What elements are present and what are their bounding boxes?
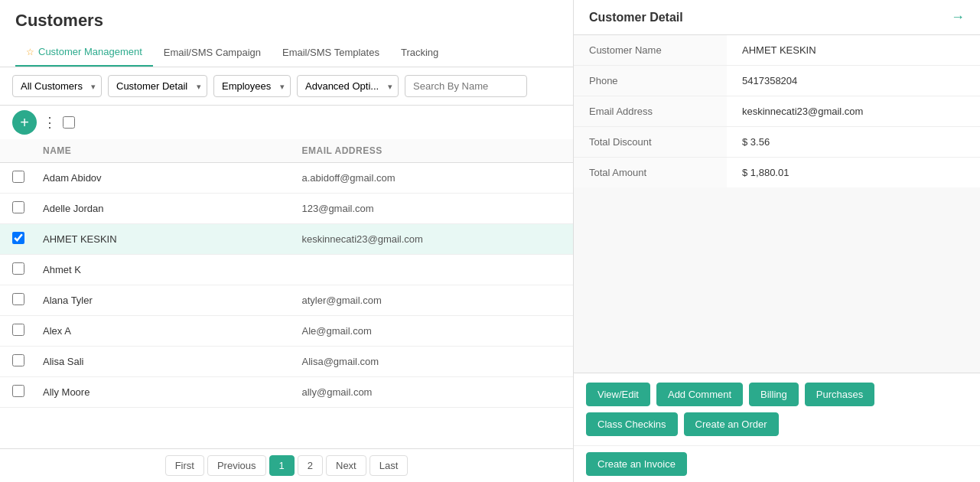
detail-row: Phone 5417358204: [574, 66, 980, 96]
detail-row: Total Discount $ 3.56: [574, 127, 980, 158]
detail-value: 5417358204: [727, 66, 980, 96]
row-checkbox-wrapper: [12, 262, 43, 277]
detail-title: Customer Detail: [589, 11, 683, 24]
customer-email: atyler@gmail.com: [302, 295, 562, 306]
customer-email: a.abidoff@gmail.com: [302, 172, 562, 184]
detail-label: Total Discount: [574, 127, 727, 157]
row-checkbox-wrapper: [12, 385, 43, 399]
customer-name: Alisa Sali: [43, 356, 302, 367]
employees-wrapper: Employees: [213, 75, 291, 97]
nav-tabs: ☆ Customer Management Email/SMS Campaign…: [0, 38, 573, 67]
customer-email: Ale@gmail.com: [302, 325, 562, 337]
header-email-col: EMAIL ADDRESS: [302, 145, 562, 156]
row-checkbox-wrapper: [12, 293, 43, 308]
advanced-options-select[interactable]: Advanced Opti...: [297, 75, 399, 97]
customer-email: keskinnecati23@gmail.com: [302, 233, 562, 245]
detail-row: Customer Name AHMET KESKIN: [574, 35, 980, 66]
row-checkbox[interactable]: [12, 232, 24, 244]
detail-header: Customer Detail →: [574, 0, 980, 35]
row-checkbox-wrapper: [12, 324, 43, 338]
customer-detail-select[interactable]: Customer Detail: [108, 75, 207, 97]
all-customers-wrapper: All Customers: [12, 75, 102, 97]
pagination: First Previous 1 2 Next Last: [0, 448, 573, 482]
tab-email-sms-templates[interactable]: Email/SMS Templates: [272, 38, 390, 67]
star-icon: ☆: [26, 47, 34, 57]
customer-email: 123@gmail.com: [302, 203, 562, 214]
billing-button[interactable]: Billing: [749, 383, 799, 406]
detail-label: Email Address: [574, 96, 727, 126]
customer-name: Adelle Jordan: [43, 203, 302, 214]
actions-row: + ⋮: [0, 106, 573, 139]
row-checkbox-wrapper: [12, 354, 43, 369]
row-checkbox-wrapper: [12, 232, 43, 246]
customer-detail-wrapper: Customer Detail: [108, 75, 207, 97]
page-2-button[interactable]: 2: [298, 455, 323, 476]
left-panel: Customers ☆ Customer Management Email/SM…: [0, 0, 574, 482]
table-row[interactable]: Adelle Jordan 123@gmail.com: [0, 194, 573, 224]
all-customers-select[interactable]: All Customers: [12, 75, 102, 97]
table-header: NAME EMAIL ADDRESS: [0, 139, 573, 163]
customer-email: Alisa@gmail.com: [302, 356, 562, 367]
employees-select[interactable]: Employees: [213, 75, 291, 97]
detail-label: Total Amount: [574, 158, 727, 187]
last-button[interactable]: Last: [370, 455, 409, 476]
select-all-checkbox[interactable]: [63, 116, 75, 129]
row-checkbox-wrapper: [12, 171, 43, 185]
search-input[interactable]: [405, 75, 527, 97]
row-checkbox[interactable]: [12, 201, 24, 213]
customer-email: ally@gmail.com: [302, 386, 562, 398]
create-an-order-button[interactable]: Create an Order: [684, 412, 779, 436]
row-checkbox[interactable]: [12, 324, 24, 336]
customer-name: Alana Tyler: [43, 295, 302, 306]
detail-value: keskinnecati23@gmail.com: [727, 96, 980, 126]
detail-row: Total Amount $ 1,880.01: [574, 158, 980, 187]
create-invoice-button[interactable]: Create an Invoice: [586, 452, 687, 476]
header-name-col: NAME: [43, 145, 302, 156]
more-options-button[interactable]: ⋮: [37, 111, 63, 134]
next-button[interactable]: Next: [326, 455, 366, 476]
toolbar: All Customers Customer Detail Employees …: [0, 67, 573, 106]
customer-name: Adam Abidov: [43, 172, 302, 184]
table-row[interactable]: Ahmet K: [0, 255, 573, 285]
row-checkbox[interactable]: [12, 171, 24, 183]
select-all-wrapper: [63, 116, 93, 129]
previous-button[interactable]: Previous: [207, 455, 266, 476]
customer-name: Alex A: [43, 325, 302, 337]
tab-email-sms-campaign[interactable]: Email/SMS Campaign: [153, 38, 272, 67]
page-1-button[interactable]: 1: [269, 455, 295, 476]
table-row[interactable]: AHMET KESKIN keskinnecati23@gmail.com: [0, 224, 573, 255]
detail-actions: View/EditAdd CommentBillingPurchasesClas…: [574, 373, 980, 445]
table-row[interactable]: Alex A Ale@gmail.com: [0, 316, 573, 347]
tab-customer-management[interactable]: ☆ Customer Management: [15, 38, 153, 67]
row-checkbox[interactable]: [12, 354, 24, 366]
class-checkins-button[interactable]: Class Checkins: [586, 412, 678, 436]
add-comment-button[interactable]: Add Comment: [656, 383, 743, 406]
table-row[interactable]: Alisa Sali Alisa@gmail.com: [0, 347, 573, 377]
table-row[interactable]: Ally Moore ally@gmail.com: [0, 377, 573, 408]
detail-value: $ 1,880.01: [727, 158, 980, 187]
detail-table: Customer Name AHMET KESKIN Phone 5417358…: [574, 35, 980, 187]
detail-value: $ 3.56: [727, 127, 980, 157]
detail-bottom: Create an Invoice: [574, 445, 980, 482]
table-row[interactable]: Alana Tyler atyler@gmail.com: [0, 285, 573, 316]
purchases-button[interactable]: Purchases: [805, 383, 874, 406]
customer-table: Adam Abidov a.abidoff@gmail.com Adelle J…: [0, 163, 573, 448]
row-checkbox[interactable]: [12, 262, 24, 275]
customer-name: AHMET KESKIN: [43, 233, 302, 245]
view/edit-button[interactable]: View/Edit: [586, 383, 650, 406]
tab-tracking[interactable]: Tracking: [390, 38, 449, 67]
table-row[interactable]: Adam Abidov a.abidoff@gmail.com: [0, 163, 573, 194]
detail-row: Email Address keskinnecati23@gmail.com: [574, 96, 980, 127]
detail-arrow-icon: →: [951, 9, 965, 25]
right-panel: Customer Detail → Customer Name AHMET KE…: [574, 0, 980, 482]
customer-name: Ahmet K: [43, 264, 302, 275]
detail-label: Customer Name: [574, 35, 727, 65]
row-checkbox[interactable]: [12, 293, 24, 305]
page-title: Customers: [0, 0, 573, 38]
detail-spacer: [574, 187, 980, 373]
add-button[interactable]: +: [12, 110, 37, 135]
row-checkbox[interactable]: [12, 385, 24, 397]
detail-label: Phone: [574, 66, 727, 96]
first-button[interactable]: First: [165, 455, 204, 476]
customer-name: Ally Moore: [43, 386, 302, 398]
